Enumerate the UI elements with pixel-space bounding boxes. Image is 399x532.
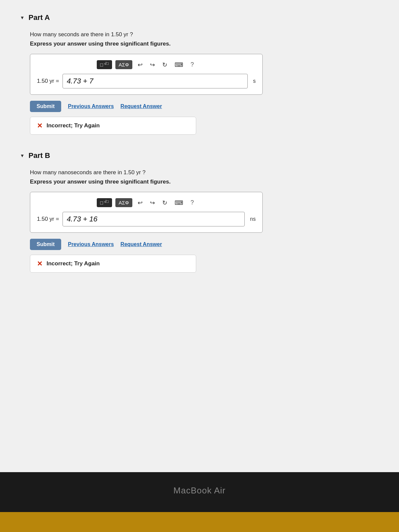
part-b-unit: ns [250,216,256,222]
part-b-help-btn[interactable]: ? [189,199,196,207]
macbook-label: MacBook Air [174,485,226,496]
part-b-chevron[interactable]: ▼ [20,153,25,158]
part-b-header: ▼ Part B [20,151,379,160]
part-b-undo-btn[interactable]: ↩ [136,199,145,207]
part-a-refresh-btn[interactable]: ↻ [160,61,169,69]
part-b-feedback-text: Incorrect; Try Again [47,260,100,267]
part-b-actions: Submit Previous Answers Request Answer [30,239,379,250]
part-b-input-row: 1.50 yr = ns [37,212,256,226]
part-b-submit-button[interactable]: Submit [30,239,61,250]
part-b-symbol-btn[interactable]: ΑΣΦ [115,198,132,207]
part-a-header: ▼ Part A [20,13,379,22]
part-b-title: Part B [29,151,50,160]
part-b-feedback-box: ✕ Incorrect; Try Again [30,255,196,273]
part-a-submit-button[interactable]: Submit [30,101,61,112]
part-b-instruction: Express your answer using three signific… [30,179,379,185]
part-a-feedback-box: ✕ Incorrect; Try Again [30,117,196,135]
sqrt-label-b: √□ [104,199,109,204]
part-b-keyboard-btn[interactable]: ⌨ [173,199,185,207]
part-b-redo-btn[interactable]: ↪ [148,199,157,207]
square-icon-b: □ [100,200,103,205]
part-a-keyboard-btn[interactable]: ⌨ [173,61,185,69]
part-a-section: ▼ Part A How many seconds are there in 1… [20,13,379,135]
part-b-question: How many nanoseconds are there in 1.50 y… [30,169,379,176]
part-a-actions: Submit Previous Answers Request Answer [30,101,379,112]
part-a-symbol-btn[interactable]: ΑΣΦ [115,60,132,69]
bottom-strip [0,512,399,532]
square-icon: □ [100,62,103,67]
part-a-toolbar: □ √□ ΑΣΦ ↩ ↪ ↻ ⌨ [37,60,256,69]
part-b-input-label: 1.50 yr = [37,216,59,222]
part-a-title: Part A [29,13,50,22]
part-a-request-answer-link[interactable]: Request Answer [120,103,162,109]
macbook-bar: MacBook Air [0,472,399,512]
part-a-redo-btn[interactable]: ↪ [148,61,157,69]
part-b-section: ▼ Part B How many nanoseconds are there … [20,151,379,273]
part-a-previous-answers-link[interactable]: Previous Answers [68,103,114,109]
part-b-refresh-btn[interactable]: ↻ [160,199,169,207]
part-a-input-row: 1.50 yr = s [37,74,256,88]
part-a-instruction: Express your answer using three signific… [30,41,379,47]
part-a-square-btn[interactable]: □ √□ [97,60,112,69]
part-a-feedback-text: Incorrect; Try Again [47,122,100,129]
part-b-toolbar: □ √□ ΑΣΦ ↩ ↪ ↻ ⌨ [37,198,256,207]
sqrt-label: √□ [104,61,109,66]
part-a-incorrect-icon: ✕ [37,122,43,130]
part-a-input-label: 1.50 yr = [37,78,59,84]
part-b-square-btn[interactable]: □ √□ [97,198,112,207]
part-b-incorrect-icon: ✕ [37,260,43,268]
part-a-answer-box: □ √□ ΑΣΦ ↩ ↪ ↻ ⌨ [30,54,263,95]
part-a-answer-input[interactable] [63,74,248,88]
part-b-answer-input[interactable] [63,212,245,226]
part-a-help-btn[interactable]: ? [189,61,196,69]
part-b-previous-answers-link[interactable]: Previous Answers [68,241,114,247]
part-b-answer-box: □ √□ ΑΣΦ ↩ ↪ ↻ ⌨ [30,192,263,233]
part-a-undo-btn[interactable]: ↩ [136,61,145,69]
part-a-chevron[interactable]: ▼ [20,15,25,20]
part-a-question: How many seconds are there in 1.50 yr ? [30,31,379,38]
part-b-request-answer-link[interactable]: Request Answer [120,241,162,247]
part-a-unit: s [253,78,256,84]
